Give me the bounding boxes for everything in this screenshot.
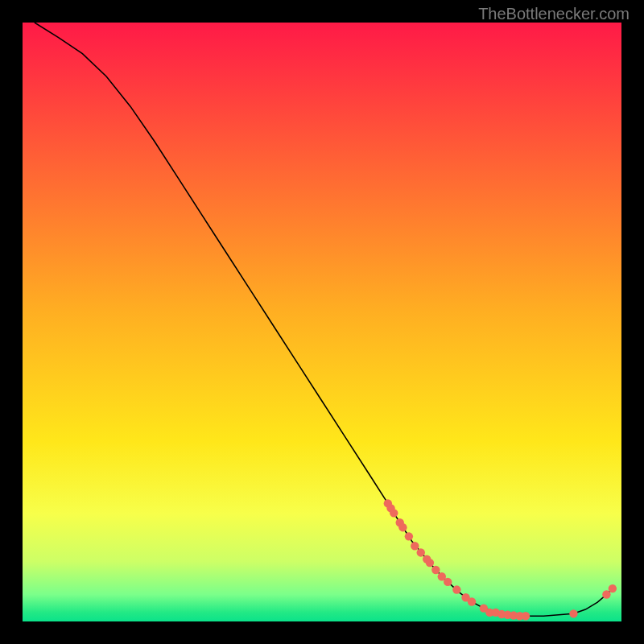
data-point-marker (390, 509, 398, 517)
data-point-marker (609, 584, 617, 592)
bottleneck-curve (23, 23, 621, 621)
data-point-marker (522, 612, 530, 620)
plot-area (23, 23, 621, 621)
data-point-marker (444, 578, 452, 586)
data-point-marker (426, 559, 434, 567)
data-point-marker (602, 590, 610, 598)
data-point-marker (405, 532, 413, 540)
data-point-marker (417, 548, 425, 556)
data-point-marker (411, 542, 419, 550)
data-point-marker (431, 566, 440, 574)
data-point-marker (468, 597, 476, 605)
data-point-marker (452, 585, 460, 593)
data-point-marker (398, 523, 407, 531)
data-point-marker (569, 609, 577, 617)
watermark-text: TheBottlenecker.com (478, 5, 630, 23)
